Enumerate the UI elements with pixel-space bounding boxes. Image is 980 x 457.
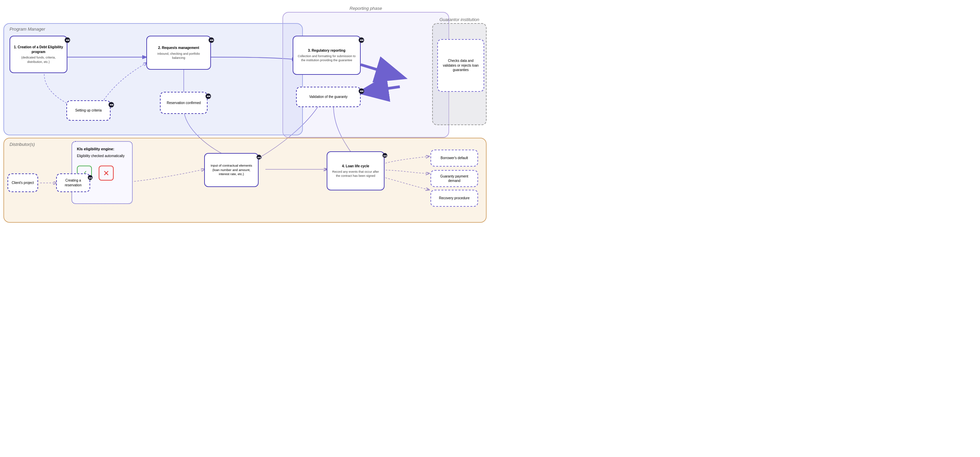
recovery-procedure-box: Recovery procedure [430, 190, 478, 207]
setting-up-criteria-box: Setting up criteria [66, 100, 111, 121]
creating-reservation-label: Creating a reservation [60, 178, 86, 187]
region-reporting: Reporting phase [282, 12, 449, 138]
regulatory-title: 3. Regulatory reporting [297, 48, 356, 53]
guaranty-payment-box: Guaranty payment demand [430, 170, 478, 187]
program-manager-label: Program Manager [10, 27, 45, 32]
debt-program-title: 1. Creation of a Debt Eligibility progra… [14, 45, 63, 54]
kls-subtitle: Eligibility checked automatically [77, 154, 124, 159]
requests-management-box: 2. Requests management Inbound, checking… [146, 36, 211, 70]
diagram-container: Reporting phase Program Manager Guaranto… [0, 0, 490, 228]
regulatory-reporting-box: 3. Regulatory reporting Collection and f… [293, 36, 361, 75]
recovery-procedure-label: Recovery procedure [439, 196, 469, 201]
contractual-elements-box: Input of contractual elements (loan numb… [204, 153, 259, 187]
debt-program-subtitle: (dedicated funds, criteria, distribution… [14, 56, 63, 63]
creating-reservation-box: Creating a reservation [56, 173, 90, 192]
requests-icon: ◀◀ [208, 37, 214, 43]
x-icon: ✕ [99, 166, 114, 181]
guaranty-payment-label: Guaranty payment demand [434, 174, 474, 183]
loan-lifecycle-title: 4. Loan life cycle [331, 164, 380, 169]
clients-project-box: Client's project [8, 173, 38, 192]
validation-icon: ◀◀ [359, 89, 364, 94]
validation-guaranty-box: Validation of the guaranty [296, 87, 361, 107]
kls-title: KIs eligibility engine: [77, 146, 115, 152]
distributors-label: Distributor(s) [10, 142, 35, 147]
creating-reservation-icon: ◀◀ [88, 175, 92, 180]
debt-program-icon: ◀◀ [65, 37, 70, 43]
loan-lifecycle-box: 4. Loan life cycle Record any events tha… [327, 151, 385, 190]
clients-project-label: Client's project [11, 181, 34, 185]
contractual-icon: ◀◀ [256, 155, 261, 159]
requests-subtitle: Inbound, checking and portfolio balancin… [150, 52, 207, 60]
loan-lifecycle-icon: ◀◀ [382, 153, 387, 158]
reservation-confirmed-icon: ◀◀ [205, 94, 211, 99]
guarantor-checks-box: Checks data and validates or rejects loa… [437, 39, 484, 92]
contractual-label: Input of contractual elements (loan numb… [208, 163, 255, 176]
reporting-phase-label: Reporting phase [350, 6, 382, 11]
validation-guaranty-label: Validation of the guaranty [309, 95, 348, 99]
regulatory-subtitle: Collection and formatting for submission… [297, 54, 356, 62]
borrowers-default-label: Borrower's default [441, 156, 468, 160]
debt-program-box: 1. Creation of a Debt Eligibility progra… [10, 36, 67, 73]
guarantor-checks-label: Checks data and validates or rejects loa… [441, 59, 480, 72]
regulatory-icon: ◀◀ [359, 37, 364, 43]
criteria-icon: ◀◀ [108, 102, 114, 108]
guarantor-label: Guarantor institution [439, 17, 479, 22]
loan-lifecycle-subtitle: Record any events that occur after the c… [331, 170, 380, 178]
requests-title: 2. Requests management [150, 46, 207, 50]
kls-engine-box: KIs eligibility engine: Eligibility chec… [72, 141, 133, 204]
setting-up-label: Setting up criteria [75, 108, 102, 113]
reservation-confirmed-box: Reservation confirmed [160, 92, 208, 114]
borrowers-default-box: Borrower's default [430, 150, 478, 167]
reservation-confirmed-label: Reservation confirmed [167, 101, 201, 105]
